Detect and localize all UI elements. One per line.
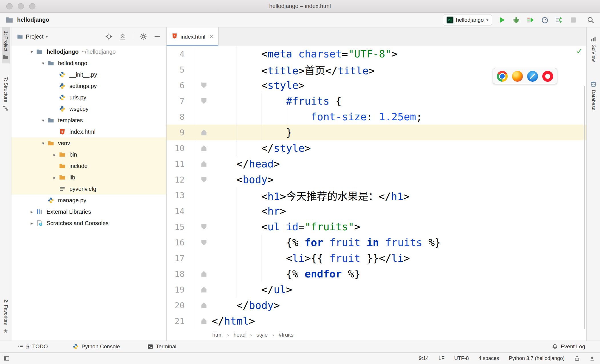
tree-item-bin[interactable]: ▸bin [11, 149, 166, 160]
locate-file-icon[interactable] [105, 33, 112, 40]
interpreter[interactable]: Python 3.7 (hellodjango) [509, 355, 565, 361]
sidebar-tab-project[interactable]: 1: Project [2, 27, 10, 63]
event-log-button[interactable]: Event Log [552, 343, 585, 350]
fold-column[interactable] [196, 271, 212, 277]
tree-item-templates[interactable]: ▾templates [11, 115, 166, 126]
todo-tool-button[interactable]: 6: TODO [18, 343, 48, 350]
fold-column[interactable] [196, 318, 212, 324]
fold-column[interactable] [196, 98, 212, 104]
editor-line-12[interactable]: 12 <body> [167, 172, 586, 187]
hide-panel-icon[interactable] [154, 33, 161, 40]
fold-marker-up-icon[interactable] [201, 161, 207, 167]
fold-marker-down-icon[interactable] [201, 98, 207, 104]
breadcrumb-item-head[interactable]: head [233, 332, 245, 338]
tree-down-arrow-icon[interactable]: ▾ [39, 141, 48, 146]
editor-line-9[interactable]: 9 } [167, 125, 586, 140]
editor-line-11[interactable]: 11 </head> [167, 156, 586, 172]
tree-item-lib[interactable]: ▸lib [11, 172, 166, 183]
editor-line-16[interactable]: 16 {% for fruit in fruits %} [167, 235, 586, 250]
fold-marker-up-icon[interactable] [201, 271, 207, 277]
tree-item-hellodjango[interactable]: ▾hellodjango~/hellodjango [11, 46, 166, 57]
editor-line-7[interactable]: 7 #fruits { [167, 93, 586, 109]
tree-item-urls-py[interactable]: urls.py [11, 92, 166, 103]
fold-marker-down-icon[interactable] [201, 240, 207, 245]
fold-marker-down-icon[interactable] [201, 224, 207, 230]
run-with-coverage-button[interactable] [526, 16, 535, 24]
fold-column[interactable] [196, 303, 212, 308]
run-button[interactable] [498, 16, 506, 24]
sidebar-tab-database[interactable]: Database [589, 78, 597, 114]
line-ending[interactable]: LF [439, 355, 445, 361]
close-tab-icon[interactable]: × [210, 33, 213, 41]
tree-item-index-html[interactable]: 5index.html [11, 126, 166, 137]
indent-setting[interactable]: 4 spaces [479, 355, 499, 361]
fold-column[interactable] [196, 287, 212, 293]
caret-position[interactable]: 9:14 [419, 355, 429, 361]
fold-marker-up-icon[interactable] [201, 130, 207, 135]
highlighting-level-icon[interactable] [589, 356, 595, 361]
fold-column[interactable] [196, 145, 212, 151]
inspections-ok-icon[interactable]: ✓ [576, 47, 583, 56]
tree-item-hellodjango[interactable]: ▾hellodjango [11, 57, 166, 69]
sidebar-tab-structure[interactable]: 7: Structure [2, 74, 10, 114]
tree-item-manage-py[interactable]: manage.py [11, 195, 166, 206]
breadcrumb-item-style[interactable]: style [257, 332, 268, 338]
fold-marker-up-icon[interactable] [201, 287, 207, 293]
tree-down-arrow-icon[interactable]: ▾ [27, 49, 36, 55]
chrome-browser-icon[interactable] [497, 71, 508, 82]
tree-item-wsgi-py[interactable]: wsgi.py [11, 103, 166, 115]
breadcrumb-item-html[interactable]: html [212, 332, 223, 338]
editor-line-15[interactable]: 15 <ul id="fruits"> [167, 219, 586, 235]
file-encoding[interactable]: UTF-8 [454, 355, 469, 361]
sidebar-tab-favorites[interactable]: 2: Favorites ★ [2, 296, 10, 338]
fold-column[interactable] [196, 240, 212, 245]
fold-marker-up-icon[interactable] [201, 318, 207, 324]
fold-marker-up-icon[interactable] [201, 145, 207, 151]
tree-item-pyvenv-cfg[interactable]: pyvenv.cfg [11, 183, 166, 195]
fold-column[interactable] [196, 130, 212, 135]
close-window-button[interactable] [6, 3, 13, 9]
run-configuration-select[interactable]: dj hellodjango ▾ [443, 15, 492, 25]
collapse-all-icon[interactable] [119, 33, 126, 40]
opera-browser-icon[interactable] [542, 71, 553, 82]
gear-icon[interactable] [140, 33, 147, 40]
editor-line-10[interactable]: 10 </style> [167, 140, 586, 156]
tree-right-arrow-icon[interactable]: ▸ [50, 152, 59, 157]
tree-item-venv[interactable]: ▾venv [11, 137, 166, 149]
fold-column[interactable] [196, 224, 212, 230]
tree-item-external-libraries[interactable]: ▸External Libraries [11, 206, 166, 217]
python-console-tool-button[interactable]: Python Console [73, 343, 120, 350]
editor-line-17[interactable]: 17 <li>{{ fruit }}</li> [167, 250, 586, 266]
fold-marker-down-icon[interactable] [201, 83, 207, 88]
tree-item-scratches-and-consoles[interactable]: ▸Scratches and Consoles [11, 217, 166, 229]
safari-browser-icon[interactable] [527, 71, 538, 82]
fold-marker-up-icon[interactable] [201, 303, 207, 308]
editor-scrollbar[interactable] [584, 86, 585, 329]
tab-index-html[interactable]: 5 index.html × [167, 27, 219, 46]
tree-right-arrow-icon[interactable]: ▸ [27, 221, 36, 226]
tree-down-arrow-icon[interactable]: ▾ [39, 118, 48, 123]
editor-line-21[interactable]: 21</html> [167, 313, 586, 329]
tree-item-settings-py[interactable]: settings.py [11, 80, 166, 92]
fold-marker-down-icon[interactable] [201, 177, 207, 183]
profiler-button[interactable] [541, 16, 549, 24]
lock-icon[interactable] [574, 356, 580, 361]
editor-line-8[interactable]: 8 font-size: 1.25em; [167, 109, 586, 125]
minimize-window-button[interactable] [18, 3, 24, 9]
sidebar-tab-sciview[interactable]: SciView [589, 33, 597, 65]
editor-line-13[interactable]: 13 <h1>今天推荐的水果是：</h1> [167, 187, 586, 203]
tree-item--init-py[interactable]: __init__.py [11, 69, 166, 80]
editor-line-18[interactable]: 18 {% endfor %} [167, 266, 586, 282]
editor-line-4[interactable]: 4 <meta charset="UTF-8"> [167, 46, 586, 62]
tree-right-arrow-icon[interactable]: ▸ [27, 209, 36, 215]
tree-item-include[interactable]: include [11, 160, 166, 172]
fold-column[interactable] [196, 161, 212, 167]
search-everywhere-icon[interactable] [586, 16, 595, 24]
editor-line-19[interactable]: 19 </ul> [167, 282, 586, 297]
debug-button[interactable] [512, 16, 521, 24]
stop-button[interactable] [569, 16, 578, 24]
project-panel-title[interactable]: Project [26, 33, 43, 40]
tree-down-arrow-icon[interactable]: ▾ [39, 61, 48, 66]
toggle-stripes-button[interactable] [4, 356, 9, 361]
editor-line-14[interactable]: 14 <hr> [167, 203, 586, 219]
